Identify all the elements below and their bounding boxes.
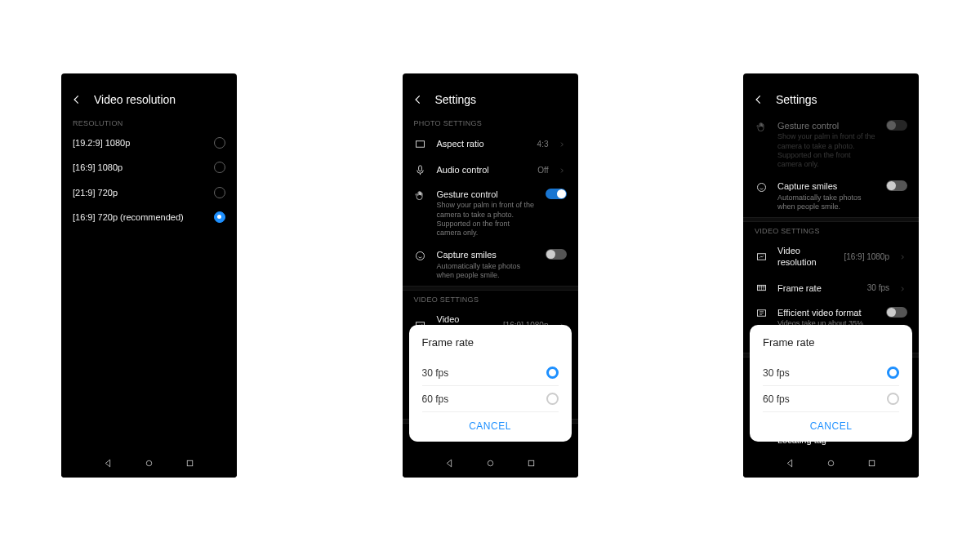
phone-screen-1: Video resolution RESOLUTION [19.2:9] 108… (61, 73, 237, 478)
audio-control-row[interactable]: Audio control Off (403, 157, 578, 183)
microphone-icon (414, 163, 427, 176)
row-value: Off (537, 166, 548, 175)
svg-point-7 (488, 460, 493, 466)
gesture-control-row[interactable]: Gesture control Show your palm in front … (403, 183, 578, 243)
aspect-ratio-row[interactable]: Aspect ratio 4:3 (403, 131, 578, 157)
dialog-option[interactable]: 60 fps (422, 386, 559, 412)
android-nav-bar (403, 448, 578, 478)
toggle-switch (886, 120, 907, 131)
dialog-option-label: 60 fps (422, 393, 449, 405)
row-value: 30 fps (867, 283, 889, 292)
section-label-resolution: RESOLUTION (61, 114, 237, 131)
toggle-switch[interactable] (546, 249, 567, 260)
android-nav-bar (743, 448, 919, 478)
svg-point-0 (146, 460, 152, 466)
svg-rect-2 (416, 140, 425, 147)
row-label: Frame rate (777, 282, 858, 294)
phone-screen-2: Settings PHOTO SETTINGS Aspect ratio 4:3… (403, 73, 578, 478)
nav-recent-icon[interactable] (185, 457, 196, 469)
chevron-right-icon (559, 166, 567, 174)
smile-icon (755, 180, 768, 193)
capture-smiles-row[interactable]: Capture smiles Automatically take photos… (403, 243, 578, 286)
nav-back-icon[interactable] (785, 457, 796, 469)
radio-icon[interactable] (214, 211, 225, 223)
resolution-option[interactable]: [19.2:9] 1080p (61, 131, 237, 155)
row-label: Aspect ratio (437, 138, 528, 149)
back-icon[interactable] (412, 94, 424, 105)
row-label: Capture smiles (437, 249, 536, 260)
cancel-button[interactable]: CANCEL (422, 412, 559, 435)
section-label-video: VIDEO SETTINGS (743, 222, 919, 238)
android-nav-bar (61, 448, 237, 478)
nav-recent-icon[interactable] (525, 457, 537, 469)
option-label: [16:9] 720p (recommended) (73, 211, 204, 223)
radio-icon[interactable] (887, 393, 899, 405)
page-title: Settings (776, 93, 817, 106)
frame-rate-dialog: Frame rate 30 fps 60 fps CANCEL (409, 325, 572, 442)
chevron-right-icon (899, 252, 907, 260)
phone-screen-3: Settings Gesture control Show your palm … (743, 73, 919, 478)
dialog-option-label: 30 fps (763, 367, 790, 379)
resolution-option[interactable]: [21:9] 720p (61, 180, 237, 205)
row-label: Video resolution (777, 245, 834, 269)
radio-icon[interactable] (546, 393, 559, 405)
row-label: Audio control (437, 164, 528, 176)
option-label: [19.2:9] 1080p (73, 137, 204, 149)
resolution-option[interactable]: [16:9] 1080p (61, 155, 237, 180)
radio-icon[interactable] (887, 367, 899, 379)
nav-recent-icon[interactable] (866, 457, 878, 469)
dialog-title: Frame rate (422, 336, 559, 349)
status-bar (403, 73, 578, 87)
dialog-option[interactable]: 30 fps (422, 360, 559, 386)
video-resolution-icon (755, 250, 768, 263)
row-value: [16:9] 1080p (844, 252, 889, 261)
option-label: [16:9] 1080p (73, 162, 204, 173)
svg-rect-14 (869, 460, 875, 466)
nav-home-icon[interactable] (144, 457, 155, 469)
toggle-switch[interactable] (546, 189, 567, 199)
row-value: 4:3 (537, 140, 549, 149)
radio-icon[interactable] (546, 367, 559, 379)
toggle-switch[interactable] (886, 307, 907, 318)
efficient-video-icon (755, 307, 768, 320)
nav-home-icon[interactable] (826, 457, 837, 469)
status-bar (743, 73, 919, 87)
hand-icon (414, 189, 427, 202)
back-icon[interactable] (753, 94, 764, 105)
row-label: Capture smiles (777, 180, 876, 192)
row-subtitle: Automatically take photos when people sm… (437, 262, 536, 281)
radio-icon[interactable] (214, 187, 225, 198)
dialog-title: Frame rate (763, 336, 899, 349)
dialog-option[interactable]: 30 fps (763, 360, 899, 386)
nav-back-icon[interactable] (443, 457, 455, 469)
dialog-option[interactable]: 60 fps (763, 386, 899, 412)
video-resolution-row[interactable]: Video resolution [16:9] 1080p (743, 238, 919, 275)
nav-home-icon[interactable] (484, 457, 496, 469)
header: Video resolution (61, 87, 237, 114)
dialog-option-label: 30 fps (422, 367, 449, 379)
dialog-option-label: 60 fps (763, 393, 790, 405)
chevron-right-icon (899, 284, 907, 292)
row-label: Gesture control (437, 189, 536, 200)
cancel-button[interactable]: CANCEL (763, 412, 899, 435)
row-label: Gesture control (777, 120, 876, 131)
header: Settings (743, 87, 919, 114)
section-label-video: VIDEO SETTINGS (403, 291, 578, 307)
toggle-switch[interactable] (886, 180, 907, 191)
frame-rate-row[interactable]: Frame rate 30 fps (743, 275, 919, 301)
aspect-ratio-icon (414, 137, 427, 150)
nav-back-icon[interactable] (103, 457, 114, 469)
page-title: Video resolution (94, 93, 176, 106)
resolution-option[interactable]: [16:9] 720p (recommended) (61, 205, 237, 229)
capture-smiles-row[interactable]: Capture smiles Automatically take photos… (743, 175, 919, 217)
svg-rect-1 (187, 460, 193, 466)
svg-point-4 (416, 251, 425, 260)
status-bar (61, 73, 237, 87)
page-title: Settings (435, 93, 477, 106)
section-label-photo: PHOTO SETTINGS (403, 114, 578, 131)
gesture-control-row: Gesture control Show your palm in front … (743, 114, 919, 175)
radio-icon[interactable] (214, 162, 225, 173)
row-subtitle: Show your palm in front of the camera to… (437, 201, 536, 238)
back-icon[interactable] (71, 94, 82, 105)
radio-icon[interactable] (214, 137, 225, 149)
